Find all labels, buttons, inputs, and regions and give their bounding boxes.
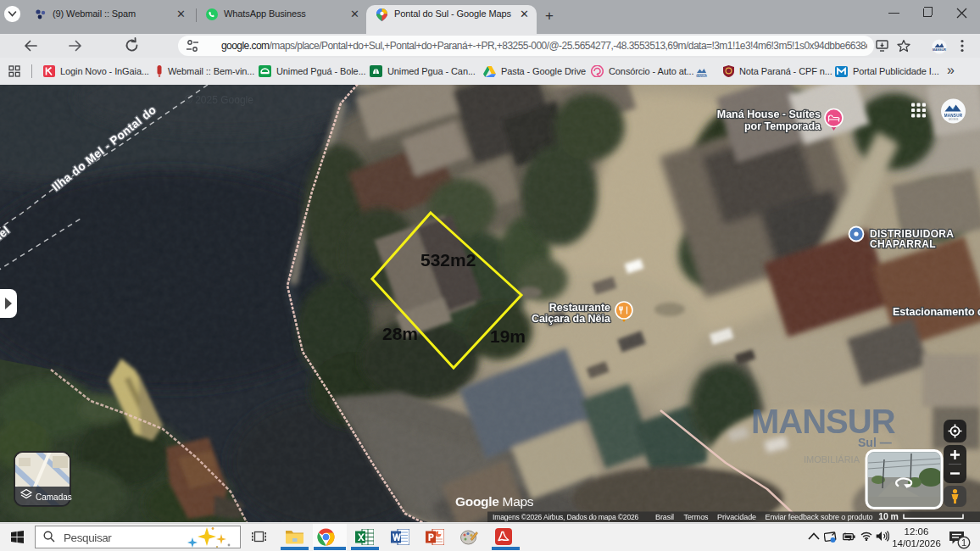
svg-text:19m: 19m: [490, 326, 526, 346]
svg-text:Brasil: Brasil: [655, 513, 674, 521]
svg-text:MANSUR: MANSUR: [933, 48, 946, 52]
svg-text:532m2: 532m2: [420, 250, 476, 270]
svg-text:Imagens ©2026 Airbus, Dados do: Imagens ©2026 Airbus, Dados do mapa ©202…: [493, 513, 639, 521]
svg-text:© 2025 Google: © 2025 Google: [185, 94, 253, 106]
svg-text:1: 1: [961, 537, 966, 548]
svg-text:Enviar feedback sobre o produt: Enviar feedback sobre o produto: [766, 513, 873, 521]
svg-text:Google Maps: Google Maps: [455, 494, 534, 509]
svg-text:Maná House - Suítes: Maná House - Suítes: [717, 109, 821, 120]
svg-text:Privacidade: Privacidade: [717, 513, 756, 521]
svg-text:Termos: Termos: [684, 513, 710, 521]
svg-text:10 m: 10 m: [878, 511, 899, 521]
svg-text:MANSUR: MANSUR: [944, 114, 963, 118]
svg-text:IMÓVEIS: IMÓVEIS: [949, 117, 959, 121]
svg-text:Restaurante: Restaurante: [549, 302, 610, 314]
svg-text:Caiçara da Nêia: Caiçara da Nêia: [532, 313, 611, 325]
svg-text:por Temporada: por Temporada: [744, 120, 821, 132]
svg-text:Camadas: Camadas: [36, 493, 72, 502]
svg-text:MANSUR: MANSUR: [751, 403, 896, 440]
svg-text:CHAPARRAL: CHAPARRAL: [870, 238, 936, 250]
svg-text:MANSUR: MANSUR: [696, 74, 707, 76]
svg-text:28m: 28m: [382, 324, 418, 343]
svg-text:Sul —: Sul —: [858, 436, 892, 449]
svg-text:Estacionamento do: Estacionamento do: [893, 306, 980, 318]
svg-text:IMOBILIÁRIA: IMOBILIÁRIA: [804, 454, 860, 465]
